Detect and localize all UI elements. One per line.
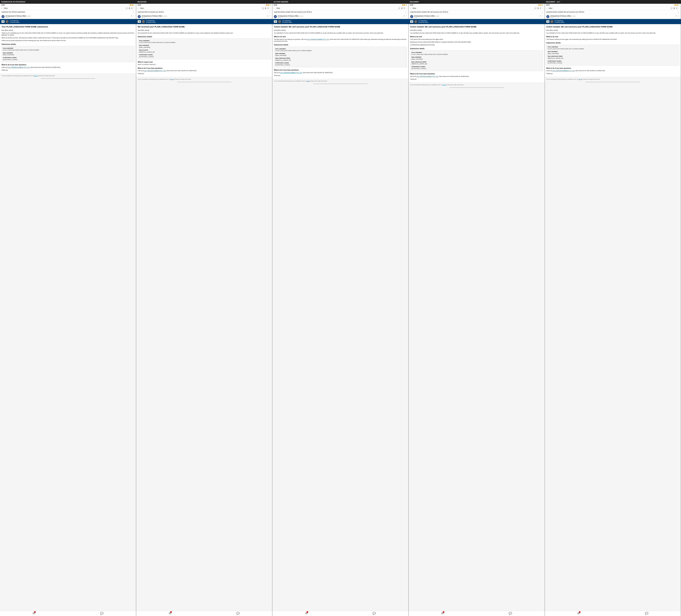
back-button[interactable]: ←	[1, 7, 3, 9]
paragraph-3: If there are any issues that prevent us …	[1, 40, 134, 42]
call-center-link[interactable]: CALL CENTER NUMBER (TTY: 711)	[7, 67, 30, 68]
sender-more-icon[interactable]: ⋮	[405, 15, 407, 17]
section-para-1-0: WHAT TO EXPECT DETAILS.	[138, 63, 271, 66]
va-gov-link[interactable]: VA.gov	[170, 79, 174, 80]
delete-icon[interactable]: 🗑	[129, 7, 130, 9]
star-button[interactable]: ☆	[269, 11, 271, 13]
nav-email-button[interactable]: ✉ 211	[441, 612, 444, 615]
call-center-link[interactable]: CALL CENTER NUMBER (TTY: 711)	[280, 72, 302, 73]
nav-chat-button[interactable]: 💬	[100, 612, 103, 615]
column-header-received: RECEIVED	[136, 0, 272, 4]
paragraph-0: Dear {{first_name}},	[1, 29, 134, 31]
email-toolbar: ← Inbox ⬜ 🗑 ✉ ⋮	[0, 6, 136, 10]
column-header-resubmit-alt: RESUBMIT - ALT	[545, 0, 681, 4]
sender-more-icon[interactable]: ⋮	[678, 15, 679, 17]
section-title-2: What to do if you have questions	[546, 67, 679, 69]
sender-name: US Department of Veterans Affairs	[5, 15, 26, 17]
paragraph-0: Dear {{first_name}},	[138, 29, 271, 31]
detail-value-0-2: {{confirmation_number}}	[3, 59, 133, 60]
va-logo-box: VA	[138, 20, 141, 23]
call-center-link[interactable]: CALL CENTER NUMBER (TTY: 711)	[416, 76, 438, 77]
mark-icon[interactable]: ✉	[267, 7, 269, 9]
detail-value-1-3: {{confirmation_number}}	[275, 64, 405, 66]
reply-icon[interactable]: ↩	[131, 15, 132, 17]
more-icon[interactable]: ⋮	[406, 7, 408, 9]
detail-label-0-0: Form submitted	[3, 47, 133, 49]
nav-chat-button[interactable]: 💬	[509, 612, 512, 615]
paragraph-2: When we receive your form, we'll send yo…	[1, 37, 134, 39]
va-header: VA 🦅 U.S. Departmentof Veterans Affairs	[272, 19, 408, 24]
section-title-1: What to do if you have questions	[1, 63, 134, 66]
archive-icon[interactable]: ⬜	[534, 7, 536, 9]
column-header-action-needed: ACTION NEEDED	[272, 0, 408, 4]
va-eagle-icon: 🦅	[278, 20, 281, 23]
inbox-label[interactable]: Inbox	[549, 7, 552, 9]
delete-icon[interactable]: 🗑	[674, 7, 675, 9]
nav-chat-icon: 💬	[645, 612, 648, 615]
nav-chat-button[interactable]: 💬	[373, 612, 376, 615]
nav-email-button[interactable]: ✉ 211	[169, 612, 171, 615]
bottom-nav: ✉ 211 💬	[272, 611, 408, 616]
reply-icon[interactable]: ↩	[539, 15, 541, 17]
nav-email-button[interactable]: ✉ 211	[577, 612, 580, 615]
paragraph-0: Dear {{first_name}},	[546, 29, 679, 31]
delete-icon[interactable]: 🗑	[537, 7, 539, 9]
section-para-2-1: Thank you	[546, 73, 679, 75]
mark-icon[interactable]: ✉	[676, 7, 677, 9]
archive-icon[interactable]: ⬜	[126, 7, 128, 9]
more-icon[interactable]: ⋮	[678, 7, 680, 9]
nav-email-button[interactable]: ✉ 211	[32, 612, 35, 615]
call-center-link[interactable]: CALL CENTER NUMBER (TTY: 711)	[552, 70, 575, 72]
mark-icon[interactable]: ✉	[131, 7, 132, 9]
email-footer: You're receiving this email because you …	[0, 74, 136, 78]
star-button[interactable]: ☆	[405, 11, 407, 13]
call-center-link[interactable]: CALL CENTER NUMBER (TTY: 711)	[307, 38, 329, 40]
nav-email-button[interactable]: ✉ 211	[305, 612, 307, 615]
details-box-0: Form submittedPLAIN LANGUAGE FORM NAME A…	[138, 38, 271, 59]
delete-icon[interactable]: 🗑	[265, 7, 267, 9]
phone-screen-resubmit: 14:29📶 📶 🔋 ← Inbox ⬜ 🗑 ✉ ⋮ ☆ (subj line)…	[409, 4, 545, 616]
archive-icon[interactable]: ⬜	[398, 7, 400, 9]
scroll-indicator	[41, 78, 95, 79]
detail-label-1-0: Form submitted	[548, 46, 678, 48]
sender-more-icon[interactable]: ⋮	[542, 15, 543, 17]
star-button[interactable]: ☆	[541, 11, 543, 13]
sender-row: U US Department of Veterans Affairs Jul …	[545, 14, 681, 19]
sender-more-icon[interactable]: ⋮	[269, 15, 271, 17]
more-icon[interactable]: ⋮	[542, 7, 544, 9]
detail-label-0-3: Confirmation number	[139, 54, 269, 56]
archive-icon[interactable]: ⬜	[671, 7, 673, 9]
va-header: VA 🦅 U.S. Departmentof Veterans Affairs	[0, 19, 136, 24]
detail-value-1-2: {{lighthouse_updated_at}}	[548, 57, 678, 59]
back-button[interactable]: ←	[273, 7, 275, 9]
sender-more-icon[interactable]: ⋮	[133, 15, 134, 17]
back-button[interactable]: ←	[137, 7, 139, 9]
va-gov-link[interactable]: VA.gov	[306, 80, 310, 82]
reply-icon[interactable]: ↩	[267, 15, 268, 17]
nav-chat-icon: 💬	[236, 612, 239, 615]
mark-icon[interactable]: ✉	[540, 7, 541, 9]
delete-icon[interactable]: 🗑	[401, 7, 403, 9]
va-gov-link[interactable]: VA.gov	[579, 79, 582, 80]
reply-icon[interactable]: ↩	[403, 15, 405, 17]
inbox-label[interactable]: Inbox	[276, 7, 280, 9]
star-button[interactable]: ☆	[678, 11, 679, 13]
details-box-0: Form submittedPLAIN LANGUAGE FORM NAME A…	[1, 46, 134, 62]
call-center-link[interactable]: CALL CENTER NUMBER (TTY: 711)	[144, 70, 166, 72]
nav-chat-button[interactable]: 💬	[236, 612, 239, 615]
star-button[interactable]: ☆	[133, 11, 134, 13]
mark-icon[interactable]: ✉	[404, 7, 405, 9]
inbox-label[interactable]: Inbox	[140, 7, 144, 9]
back-button[interactable]: ←	[409, 7, 412, 9]
back-button[interactable]: ←	[546, 7, 548, 9]
va-gov-link[interactable]: VA.gov	[443, 84, 446, 85]
more-icon[interactable]: ⋮	[270, 7, 271, 9]
nav-chat-button[interactable]: 💬	[645, 612, 648, 615]
reply-icon[interactable]: ↩	[676, 15, 677, 17]
sender-to: to me	[414, 17, 543, 18]
va-gov-link[interactable]: VA.gov	[34, 75, 38, 76]
inbox-label[interactable]: Inbox	[412, 7, 416, 9]
archive-icon[interactable]: ⬜	[262, 7, 264, 9]
inbox-label[interactable]: Inbox	[4, 7, 7, 9]
more-icon[interactable]: ⋮	[133, 7, 135, 9]
